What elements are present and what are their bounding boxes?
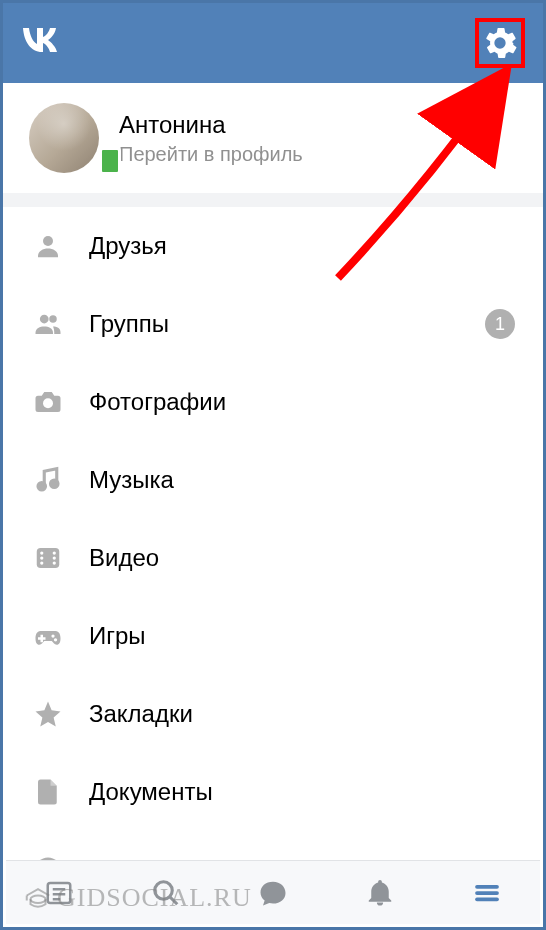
main-menu: Друзья Группы 1 Фотографии Музыка — [3, 207, 543, 863]
menu-item-documents[interactable]: Документы — [3, 753, 543, 831]
svg-point-4 — [38, 483, 46, 491]
nav-messages[interactable] — [258, 878, 288, 908]
menu-label: Закладки — [89, 700, 515, 728]
svg-point-11 — [53, 556, 56, 559]
menu-label: Музыка — [89, 466, 515, 494]
profile-subtitle: Перейти в профиль — [119, 143, 303, 166]
count-badge: 1 — [485, 309, 515, 339]
person-icon — [31, 229, 65, 263]
svg-point-16 — [54, 638, 57, 641]
doc-icon — [31, 775, 65, 809]
svg-point-3 — [43, 398, 53, 408]
star-icon — [31, 697, 65, 731]
menu-item-photos[interactable]: Фотографии — [3, 363, 543, 441]
online-mobile-badge — [99, 147, 121, 175]
svg-point-2 — [49, 315, 57, 323]
menu-label: Друзья — [89, 232, 515, 260]
menu-label: Игры — [89, 622, 515, 650]
profile-name: Антонина — [119, 111, 303, 139]
svg-point-15 — [51, 634, 54, 637]
menu-item-games[interactable]: Игры — [3, 597, 543, 675]
svg-point-5 — [51, 480, 59, 488]
music-icon — [31, 463, 65, 497]
video-icon — [31, 541, 65, 575]
menu-label: Документы — [89, 778, 515, 806]
game-icon — [31, 619, 65, 653]
menu-item-friends[interactable]: Друзья — [3, 207, 543, 285]
menu-item-music[interactable]: Музыка — [3, 441, 543, 519]
nav-notifications[interactable] — [365, 878, 395, 908]
svg-point-12 — [53, 561, 56, 564]
menu-label: Видео — [89, 544, 515, 572]
section-divider — [3, 193, 543, 207]
profile-row[interactable]: Антонина Перейти в профиль — [3, 83, 543, 193]
menu-item-bookmarks[interactable]: Закладки — [3, 675, 543, 753]
svg-rect-14 — [38, 637, 46, 640]
svg-point-1 — [40, 315, 49, 324]
watermark: GIDSOCIAL.RU — [23, 883, 252, 913]
avatar — [29, 103, 99, 173]
svg-point-7 — [40, 551, 43, 554]
app-header — [3, 3, 543, 83]
settings-button[interactable] — [475, 18, 525, 68]
svg-point-8 — [40, 556, 43, 559]
camera-icon — [31, 385, 65, 419]
svg-point-9 — [40, 561, 43, 564]
gear-icon — [483, 26, 517, 60]
nav-menu[interactable] — [472, 878, 502, 908]
menu-label: Фотографии — [89, 388, 515, 416]
menu-label: Группы — [89, 310, 485, 338]
menu-item-help[interactable]: Помощь — [3, 831, 543, 863]
svg-point-28 — [31, 896, 46, 904]
svg-point-0 — [43, 236, 53, 246]
vk-logo[interactable] — [21, 25, 65, 62]
people-icon — [31, 307, 65, 341]
menu-item-video[interactable]: Видео — [3, 519, 543, 597]
svg-point-10 — [53, 551, 56, 554]
menu-item-groups[interactable]: Группы 1 — [3, 285, 543, 363]
